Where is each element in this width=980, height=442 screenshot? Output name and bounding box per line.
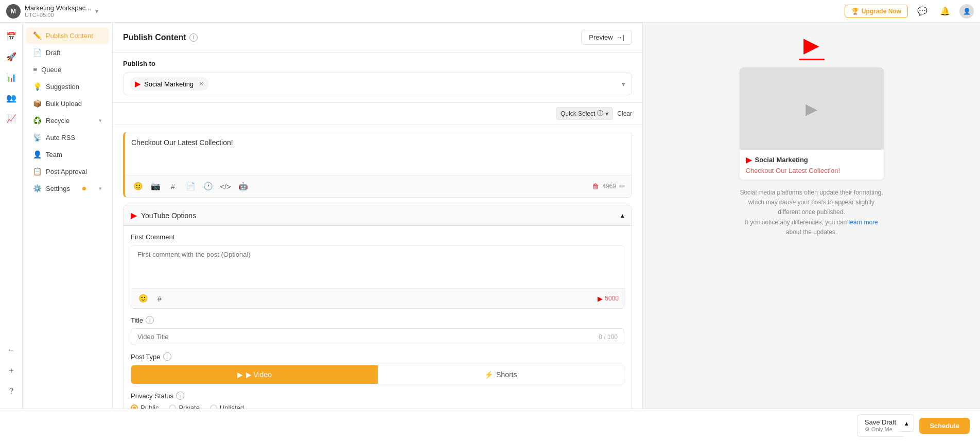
video-label: ▶ Video [246, 370, 272, 379]
video-play-icon: ▶ [237, 370, 243, 379]
image-icon[interactable]: 📷 [149, 180, 162, 193]
first-comment-textarea[interactable] [131, 245, 624, 287]
preview-channel: ▶ Social Marketing [746, 155, 878, 165]
hashtag-icon[interactable]: # [166, 180, 180, 193]
document-icon[interactable]: 📄 [184, 180, 197, 193]
youtube-options-header[interactable]: ▶ YouTube Options ▴ [124, 205, 632, 226]
save-draft-chevron-icon: ▴ [905, 419, 908, 427]
suggestion-icon: 💡 [33, 82, 42, 91]
fc-emoji-icon[interactable]: 🙂 [136, 292, 150, 305]
post-type-info-icon[interactable]: i [163, 352, 171, 361]
post-type-label: Post Type i [131, 352, 624, 361]
sidebar-item-draft[interactable]: 📄 Draft [26, 44, 109, 61]
privacy-unlisted-option[interactable]: Unlisted [210, 404, 244, 409]
sidebar-icon-social[interactable]: 👥 [2, 89, 21, 107]
preview-disclaimer: Social media platforms often update thei… [740, 188, 884, 237]
workspace-avatar: M [6, 4, 21, 19]
title-info-icon[interactable]: i [146, 316, 154, 324]
sidebar-icon-calendar[interactable]: 📅 [2, 27, 21, 45]
schedule-button[interactable]: Schedule [919, 418, 970, 434]
sidebar-item-label: Settings [46, 185, 70, 192]
publish-info-icon[interactable]: i [189, 33, 198, 42]
content-textarea[interactable]: Checkout Our Latest Collection! [125, 132, 632, 173]
sidebar-item-settings[interactable]: ⚙️ Settings ▾ [26, 180, 109, 197]
sidebar-icon-media[interactable]: 📈 [2, 109, 21, 128]
char-edit-icon[interactable]: ✏ [619, 182, 625, 190]
workspace-chevron-icon[interactable]: ▾ [95, 8, 98, 15]
youtube-options: ▶ YouTube Options ▴ First Comment [123, 205, 632, 409]
quick-select-button[interactable]: Quick Select ⓘ ▾ [556, 107, 613, 120]
clear-button[interactable]: Clear [617, 110, 632, 117]
video-type-button[interactable]: ▶ ▶ Video [131, 365, 378, 384]
public-label: Public [141, 404, 159, 409]
sidebar-item-recycle[interactable]: ♻️ Recycle ▾ [26, 112, 109, 129]
emoji-icon[interactable]: 🙂 [131, 180, 145, 193]
first-comment-char-count: ▶ 5000 [598, 295, 619, 303]
learn-more-link[interactable]: learn more [848, 219, 878, 226]
shorts-icon: ⚡ [484, 370, 493, 379]
preview-content-text: Checkout Our Latest Collection! [746, 167, 878, 174]
sidebar-icon-analytics[interactable]: 📊 [2, 68, 21, 86]
channel-selector-chevron-icon[interactable]: ▾ [622, 80, 625, 88]
publish-title-text: Publish Content [123, 33, 186, 42]
content-editor: Checkout Our Latest Collection! 🙂 📷 # 📄 … [123, 132, 632, 198]
preview-card: ▶ ▶ Social Marketing Checkout Our Latest… [740, 67, 884, 180]
clock-icon[interactable]: 🕐 [201, 180, 215, 193]
save-draft-dropdown-button[interactable]: ▴ [900, 414, 914, 432]
messages-icon[interactable]: 💬 [914, 3, 931, 20]
robot-icon[interactable]: 🤖 [236, 180, 250, 193]
publish-content-icon: ✏️ [33, 31, 42, 40]
title-input[interactable] [137, 333, 599, 341]
user-avatar[interactable]: 👤 [959, 4, 974, 19]
sidebar-item-team[interactable]: 👤 Team [26, 146, 109, 163]
sidebar-icon-help[interactable]: ？ [2, 382, 21, 400]
sidebar-item-publish-content[interactable]: ✏️ Publish Content [26, 27, 109, 44]
yt-header-icon: ▶ [131, 210, 137, 220]
publish-title: Publish Content i [123, 33, 198, 42]
sidebar-item-label: Suggestion [46, 83, 79, 91]
channel-remove-button[interactable]: ✕ [199, 80, 204, 87]
unlisted-label: Unlisted [220, 404, 244, 409]
sidebar-icon-compose[interactable]: 🚀 [2, 47, 21, 66]
sidebar-item-suggestion[interactable]: 💡 Suggestion [26, 78, 109, 95]
upgrade-label: Upgrade Now [862, 8, 901, 15]
sidebar-item-label: Team [46, 151, 62, 158]
title-label: Title i [131, 316, 624, 324]
fc-yt-icon: ▶ [598, 295, 603, 303]
first-comment-toolbar: 🙂 # ▶ 5000 [131, 288, 624, 308]
privacy-info-icon[interactable]: i [176, 392, 184, 400]
code-icon[interactable]: </> [219, 180, 232, 193]
publish-panel: Publish Content i Preview →| Publish to … [113, 23, 643, 409]
preview-channel-name: Social Marketing [755, 156, 808, 164]
sidebar-item-post-approval[interactable]: 📋 Post Approval [26, 163, 109, 180]
publish-header: Publish Content i Preview →| [113, 23, 642, 52]
bottom-bar: Save Draft ⚙ Only Me ▴ Schedule [0, 409, 980, 442]
notifications-icon[interactable]: 🔔 [937, 3, 953, 20]
sidebar-icon-add[interactable]: ＋ [2, 361, 21, 380]
recycle-icon: ♻️ [33, 116, 42, 125]
preview-button[interactable]: Preview →| [581, 30, 632, 45]
preview-channel-icon: ▶ [746, 155, 752, 165]
sidebar-item-bulk-upload[interactable]: 📦 Bulk Upload [26, 95, 109, 112]
topbar: M Marketing Workspac... UTC+05:00 ▾ 🏆 Up… [0, 0, 980, 23]
quick-select-chevron-icon: ▾ [605, 110, 608, 117]
sidebar-item-auto-rss[interactable]: 📡 Auto RSS [26, 129, 109, 146]
first-comment-label: First Comment [131, 233, 624, 241]
shorts-type-button[interactable]: ⚡ Shorts [378, 365, 624, 384]
publish-body: Publish to ▶ Social Marketing ✕ ▾ Quick … [113, 52, 642, 409]
privacy-private-option[interactable]: Private [169, 404, 199, 409]
title-text: Title [131, 316, 143, 324]
privacy-public-option[interactable]: Public [131, 404, 159, 409]
save-draft-button[interactable]: Save Draft ⚙ Only Me [857, 414, 903, 437]
main-layout: 📅 🚀 📊 👥 📈 ← ＋ ？ ✏️ Publish Content 📄 Dra… [0, 23, 980, 409]
sidebar-icon-collapse[interactable]: ← [2, 341, 21, 359]
upgrade-now-button[interactable]: 🏆 Upgrade Now [845, 5, 908, 18]
sidebar-item-queue[interactable]: ≡ Queue [26, 61, 109, 78]
fc-hashtag-icon[interactable]: # [153, 292, 166, 305]
private-radio-icon [169, 404, 176, 409]
workspace-name: Marketing Workspac... [25, 4, 91, 12]
sidebar-nav: ✏️ Publish Content 📄 Draft ≡ Queue 💡 Sug… [23, 23, 113, 409]
post-type-text: Post Type [131, 353, 161, 361]
char-count-value: 4969 [602, 183, 616, 190]
channel-selector[interactable]: ▶ Social Marketing ✕ ▾ [123, 73, 632, 95]
